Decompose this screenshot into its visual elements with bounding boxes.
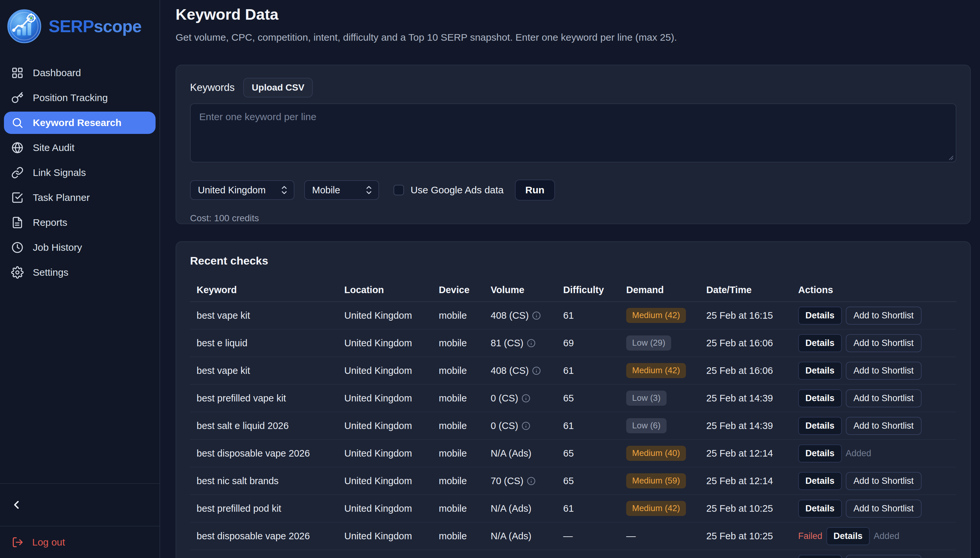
details-button[interactable]: Details — [798, 417, 842, 435]
add-to-shortlist-button[interactable]: Add to Shortlist — [846, 417, 922, 435]
details-button[interactable]: Details — [798, 445, 842, 463]
add-to-shortlist-button[interactable]: Add to Shortlist — [846, 334, 922, 352]
cell-datetime: 25 Feb at 12:14 — [700, 476, 792, 486]
cell-datetime: 25 Feb at 10:25 — [700, 503, 792, 514]
cell-keyword: best vape kit — [190, 310, 338, 321]
info-icon[interactable] — [521, 394, 530, 403]
add-to-shortlist-button[interactable]: Add to Shortlist — [846, 472, 922, 490]
details-button[interactable]: Details — [798, 307, 842, 325]
run-button[interactable]: Run — [515, 179, 555, 200]
logout-label: Log out — [32, 537, 65, 548]
keywords-label: Keywords — [190, 82, 235, 94]
cell-keyword: best disposable vape 2026 — [190, 448, 338, 459]
add-to-shortlist-button[interactable]: Add to Shortlist — [846, 362, 922, 380]
add-to-shortlist-button[interactable]: Add to Shortlist — [846, 307, 922, 325]
cell-datetime: 25 Feb at 10:25 — [700, 531, 792, 542]
cell-location: United Kingdom — [338, 476, 432, 486]
cell-difficulty: 61 — [557, 503, 619, 514]
cell-demand: Medium (42) — [619, 501, 700, 516]
upload-csv-button[interactable]: Upload CSV — [243, 78, 313, 97]
details-button[interactable]: Details — [798, 500, 842, 518]
logout-button[interactable]: Log out — [0, 526, 159, 558]
device-select[interactable]: Mobile — [304, 180, 379, 200]
device-select-wrap: Mobile — [304, 180, 379, 200]
cell-volume: N/A (Ads) — [484, 448, 557, 459]
sidebar-item-reports[interactable]: Reports — [4, 212, 156, 234]
cell-location: United Kingdom — [338, 420, 432, 431]
cell-device: mobile — [432, 338, 484, 349]
details-button[interactable]: Details — [798, 362, 842, 380]
sidebar-item-keyword-research[interactable]: Keyword Research — [4, 112, 156, 134]
cell-actions: Details Add to Shortlist — [792, 389, 956, 407]
details-button[interactable]: Details — [798, 472, 842, 490]
demand-badge: Low (29) — [626, 335, 671, 351]
column-header-device: Device — [432, 285, 484, 295]
brand: SERPscope — [0, 0, 159, 53]
cell-actions: Details Add to Shortlist — [792, 362, 956, 380]
sidebar-nav: Dashboard Position Tracking Keyword Rese… — [0, 53, 159, 286]
details-button[interactable]: Details — [798, 555, 842, 558]
cell-difficulty: — — [557, 531, 619, 542]
app-logo-icon — [7, 9, 41, 43]
sidebar-collapse-button[interactable] — [0, 483, 159, 526]
cell-actions: Details Add to Shortlist — [792, 472, 956, 490]
add-to-shortlist-button[interactable]: Add to Shortlist — [846, 500, 922, 518]
add-to-shortlist-button[interactable]: Add to Shortlist — [846, 555, 922, 558]
report-icon — [11, 216, 24, 229]
info-icon[interactable] — [521, 422, 530, 430]
cell-demand: Low (3) — [619, 391, 700, 406]
column-header-actions: Actions — [792, 285, 956, 295]
cell-demand: — — [619, 531, 700, 542]
sidebar-item-site-audit[interactable]: Site Audit — [4, 136, 156, 159]
cell-location: United Kingdom — [338, 531, 432, 542]
sidebar-item-dashboard[interactable]: Dashboard — [4, 62, 156, 84]
table-row: best salt e liquid 2026 United Kingdom m… — [190, 412, 956, 440]
table-row: Details Add to Shortlist — [190, 550, 956, 558]
use-google-ads-checkbox[interactable] — [393, 185, 404, 195]
table-row: best disposable vape 2026 United Kingdom… — [190, 523, 956, 550]
use-google-ads-label: Use Google Ads data — [411, 184, 504, 195]
added-label: Added — [846, 448, 871, 458]
sidebar-item-task-planner[interactable]: Task Planner — [4, 186, 156, 209]
sidebar-item-position-tracking[interactable]: Position Tracking — [4, 87, 156, 109]
table-row: best prefilled pod kit United Kingdom mo… — [190, 495, 956, 523]
sidebar-item-link-signals[interactable]: Link Signals — [4, 161, 156, 184]
keywords-textarea[interactable] — [190, 103, 956, 162]
details-button[interactable]: Details — [826, 527, 870, 545]
table-row: best prefilled vape kit United Kingdom m… — [190, 385, 956, 412]
cell-location: United Kingdom — [338, 448, 432, 459]
sidebar-item-settings[interactable]: Settings — [4, 261, 156, 284]
cell-device: mobile — [432, 393, 484, 404]
add-to-shortlist-button[interactable]: Add to Shortlist — [846, 389, 922, 407]
sidebar: SERPscope Dashboard Position Tracking Ke… — [0, 0, 160, 558]
brand-name: SERPscope — [49, 16, 141, 36]
details-button[interactable]: Details — [798, 389, 842, 407]
keyword-form-card: Keywords Upload CSV United Kingdom — [175, 65, 971, 224]
cell-device: mobile — [432, 503, 484, 514]
cell-device: mobile — [432, 420, 484, 431]
demand-badge: Low (6) — [626, 418, 667, 433]
cell-datetime: 25 Feb at 16:06 — [700, 338, 792, 349]
demand-badge: Medium (42) — [626, 308, 686, 323]
demand-badge: Medium (59) — [626, 473, 686, 488]
ads-checkbox-group: Use Google Ads data — [393, 184, 504, 195]
cell-demand: Low (29) — [619, 335, 700, 351]
cell-difficulty: 65 — [557, 448, 619, 459]
info-icon[interactable] — [532, 311, 541, 320]
cell-difficulty: 69 — [557, 338, 619, 349]
cell-demand: Medium (42) — [619, 363, 700, 378]
cell-volume: N/A (Ads) — [484, 503, 557, 514]
app-root: SERPscope Dashboard Position Tracking Ke… — [0, 0, 980, 558]
cell-demand: Medium (59) — [619, 473, 700, 488]
info-icon[interactable] — [527, 477, 536, 486]
demand-badge: — — [626, 531, 636, 542]
details-button[interactable]: Details — [798, 334, 842, 352]
info-icon[interactable] — [527, 339, 536, 348]
cell-demand: Low (6) — [619, 418, 700, 433]
cell-keyword: best nic salt brands — [190, 476, 338, 486]
sidebar-item-job-history[interactable]: Job History — [4, 236, 156, 259]
location-select[interactable]: United Kingdom — [190, 180, 294, 200]
cell-device: mobile — [432, 448, 484, 459]
added-label: Added — [873, 531, 899, 541]
info-icon[interactable] — [532, 366, 541, 375]
